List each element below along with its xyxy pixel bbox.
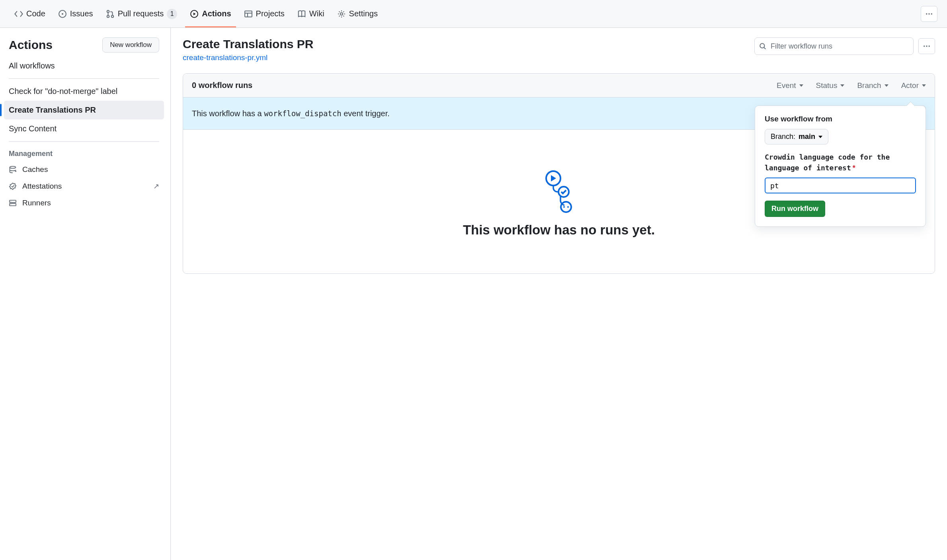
branch-selector[interactable]: Branch: main — [765, 129, 828, 144]
tab-label: Actions — [202, 9, 231, 18]
svg-point-3 — [107, 15, 109, 18]
svg-point-14 — [10, 201, 11, 202]
filter-label: Actor — [901, 81, 919, 90]
tab-label: Settings — [349, 9, 378, 18]
pull-request-icon — [106, 10, 115, 18]
sidebar-caches[interactable]: Caches — [4, 161, 164, 178]
branch-name: main — [799, 133, 815, 141]
tab-label: Pull requests — [118, 9, 164, 18]
svg-point-4 — [111, 15, 113, 18]
sidebar-all-workflows[interactable]: All workflows — [4, 57, 164, 75]
sidebar-workflow-item[interactable]: Sync Content — [4, 119, 164, 138]
svg-point-18 — [926, 45, 927, 47]
tab-label: Projects — [256, 9, 285, 18]
svg-point-24 — [567, 206, 569, 208]
svg-point-7 — [340, 12, 343, 15]
caret-down-icon — [840, 84, 844, 87]
filter-status[interactable]: Status — [816, 81, 845, 90]
sidebar-item-label: All workflows — [9, 61, 55, 70]
filter-label: Status — [816, 81, 838, 90]
sidebar-attestations[interactable]: Attestations ↗ — [4, 178, 164, 195]
content-overflow-button[interactable] — [918, 38, 935, 54]
sidebar-workflow-item[interactable]: Check for "do-not-merge" label — [4, 82, 164, 101]
language-code-input[interactable] — [765, 178, 916, 193]
svg-point-8 — [926, 13, 927, 15]
server-icon — [9, 199, 17, 207]
sidebar-section-management: Management — [4, 145, 164, 161]
svg-point-15 — [10, 204, 11, 205]
search-wrap — [754, 37, 914, 55]
svg-point-19 — [929, 45, 930, 47]
divider — [9, 78, 159, 79]
table-icon — [244, 10, 253, 18]
filter-event[interactable]: Event — [777, 81, 803, 90]
svg-point-1 — [62, 13, 63, 14]
pull-requests-count: 1 — [167, 9, 177, 19]
workflow-file-link[interactable]: create-translations-pr.yml — [183, 53, 313, 62]
required-star: * — [853, 164, 855, 172]
tab-label: Issues — [70, 9, 93, 18]
svg-point-2 — [107, 10, 109, 13]
database-icon — [9, 166, 17, 174]
code-chip: workflow_dispatch — [264, 109, 341, 118]
play-circle-icon — [190, 10, 199, 18]
caret-down-icon — [885, 84, 888, 87]
caret-down-icon — [799, 84, 803, 87]
nav-overflow-button[interactable] — [921, 6, 937, 22]
svg-point-17 — [924, 45, 925, 47]
book-icon — [297, 10, 306, 18]
tab-label: Code — [26, 9, 45, 18]
svg-point-11 — [10, 166, 16, 168]
issue-icon — [58, 10, 67, 18]
search-input[interactable] — [754, 37, 914, 55]
sidebar-runners[interactable]: Runners — [4, 195, 164, 211]
runs-count: 0 workflow runs — [192, 81, 252, 90]
svg-point-23 — [563, 206, 565, 208]
sidebar-item-label: Check for "do-not-merge" label — [9, 87, 117, 96]
new-workflow-button[interactable]: New workflow — [102, 37, 159, 53]
caret-down-icon — [818, 136, 822, 138]
search-icon — [759, 43, 766, 50]
repo-nav: Code Issues Pull requests 1 Actions Proj… — [0, 0, 947, 28]
svg-rect-6 — [245, 11, 252, 17]
actions-sidebar: Actions New workflow All workflows Check… — [0, 28, 171, 560]
workflow-runs-box: 0 workflow runs Event Status Branch — [183, 73, 935, 274]
svg-point-16 — [760, 43, 764, 48]
tab-pull-requests[interactable]: Pull requests 1 — [101, 0, 182, 27]
sidebar-workflow-item[interactable]: Create Translations PR — [4, 101, 164, 119]
sidebar-title: Actions — [9, 38, 53, 52]
run-workflow-popover: Use workflow from Branch: main Crowdin l… — [755, 105, 926, 227]
branch-prefix: Branch: — [771, 133, 795, 141]
workflow-illustration-icon — [543, 170, 575, 213]
external-link-icon: ↗ — [153, 182, 159, 191]
tab-label: Wiki — [309, 9, 324, 18]
sidebar-item-label: Caches — [22, 165, 48, 174]
kebab-icon — [923, 42, 931, 50]
filter-branch[interactable]: Branch — [857, 81, 888, 90]
sidebar-item-label: Attestations — [22, 182, 62, 191]
tab-wiki[interactable]: Wiki — [293, 0, 329, 27]
filter-label: Branch — [857, 81, 881, 90]
dispatch-text: This workflow has a workflow_dispatch ev… — [192, 109, 390, 118]
workflow-title: Create Translations PR — [183, 37, 313, 51]
filter-label: Event — [777, 81, 796, 90]
sidebar-item-label: Runners — [22, 199, 51, 207]
sidebar-item-label: Create Translations PR — [9, 105, 96, 115]
gear-icon — [337, 10, 346, 18]
tab-issues[interactable]: Issues — [53, 0, 98, 27]
tab-actions[interactable]: Actions — [185, 0, 236, 27]
caret-down-icon — [922, 84, 926, 87]
tab-projects[interactable]: Projects — [239, 0, 289, 27]
tab-settings[interactable]: Settings — [332, 0, 383, 27]
input-label: Crowdin language code for the language o… — [765, 152, 916, 174]
run-workflow-submit[interactable]: Run workflow — [765, 201, 825, 217]
divider — [9, 141, 159, 142]
tab-code[interactable]: Code — [10, 0, 50, 27]
verified-icon — [9, 182, 17, 190]
sidebar-item-label: Sync Content — [9, 124, 57, 133]
kebab-icon — [925, 10, 933, 18]
svg-point-10 — [931, 13, 933, 15]
popover-title: Use workflow from — [765, 115, 916, 123]
filter-actor[interactable]: Actor — [901, 81, 926, 90]
content-area: Create Translations PR create-translatio… — [171, 28, 947, 560]
